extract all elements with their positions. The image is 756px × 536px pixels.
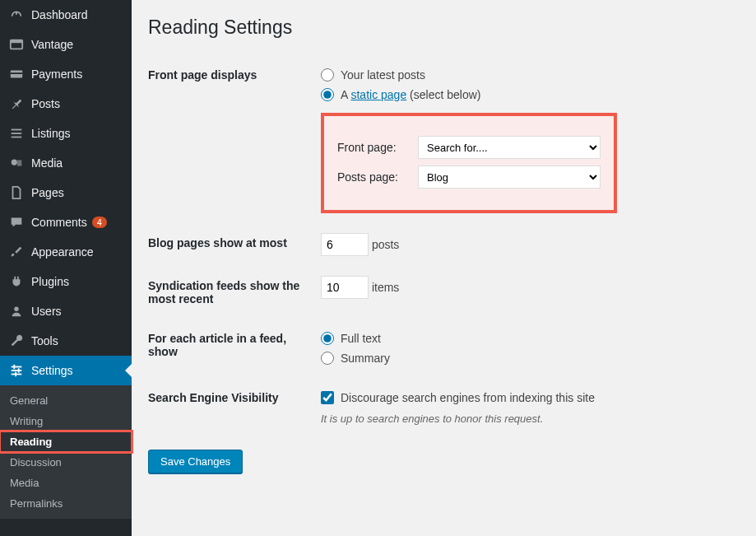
sidebar-item-label: Users [31,305,62,318]
svg-point-7 [12,160,17,165]
payments-icon [8,66,25,82]
sidebar-item-vantage[interactable]: Vantage [0,30,132,59]
page-title: Reading Settings [148,16,740,39]
sidebar-item-label: Tools [31,334,58,347]
static-page-link[interactable]: static page [350,88,406,101]
sidebar-item-dashboard[interactable]: Dashboard [0,0,132,30]
sidebar-item-label: Posts [31,97,60,110]
svg-rect-10 [12,370,22,371]
posts-page-select[interactable]: Blog [418,165,601,189]
svg-rect-3 [11,72,22,74]
sidebar-item-pages[interactable]: Pages [0,178,132,207]
sidebar-item-comments[interactable]: Comments 4 [0,207,132,237]
feed-summary-label: Summary [341,352,390,365]
sidebar-item-label: Plugins [31,275,69,288]
submenu-item-media[interactable]: Media [0,473,132,493]
svg-rect-14 [15,372,16,376]
feed-heading: For each article in a feed, show [148,319,321,378]
comments-badge: 4 [92,217,107,228]
svg-point-8 [14,307,18,311]
settings-submenu: General Writing Reading Discussion Media… [0,385,132,519]
save-changes-button[interactable]: Save Changes [148,450,243,473]
sev-heading: Search Engine Visibility [148,378,321,435]
svg-rect-6 [12,137,22,138]
submenu-item-permalinks[interactable]: Permalinks [0,493,132,514]
svg-rect-5 [12,133,22,134]
sidebar-item-label: Vantage [31,38,73,51]
svg-rect-4 [12,129,22,131]
blog-pages-input[interactable] [321,233,369,256]
svg-rect-13 [18,368,20,372]
svg-rect-12 [13,365,15,369]
radio-latest-label: Your latest posts [341,68,425,82]
page-select-highlight-box: Front page: Search for.... Posts page: B… [321,113,617,213]
vantage-icon [8,36,25,53]
sev-description: It is up to search engines to honor this… [321,412,731,425]
list-icon [8,125,25,142]
sev-checkbox[interactable] [321,391,334,404]
sidebar-item-label: Pages [31,186,64,199]
svg-rect-9 [12,366,22,368]
submenu-item-discussion[interactable]: Discussion [0,452,132,473]
page-icon [8,184,25,201]
sidebar-item-settings[interactable]: Settings [0,356,132,385]
submenu-item-general[interactable]: General [0,390,132,411]
front-page-label: Front page: [337,141,411,154]
blog-pages-heading: Blog pages show at most [148,223,321,266]
sidebar-item-label: Comments [31,216,87,229]
admin-sidebar: Dashboard Vantage Payments Posts Listing… [0,0,132,536]
sidebar-item-media[interactable]: Media [0,148,132,178]
sidebar-item-label: Settings [31,364,73,377]
sidebar-item-label: Dashboard [31,8,88,21]
radio-static-label: A static page (select below) [341,88,480,101]
dashboard-icon [8,7,25,23]
posts-page-label: Posts page: [337,170,411,184]
submenu-item-reading[interactable]: Reading [0,431,132,452]
sidebar-item-label: Media [31,156,63,170]
sidebar-item-users[interactable]: Users [0,296,132,326]
submenu-item-writing[interactable]: Writing [0,411,132,431]
feed-full-label: Full text [341,332,381,345]
sev-checkbox-label: Discourage search engines from indexing … [341,391,595,404]
blog-pages-unit: posts [372,238,399,251]
radio-feed-full[interactable] [321,332,334,345]
sidebar-item-plugins[interactable]: Plugins [0,267,132,296]
radio-feed-summary[interactable] [321,352,334,365]
media-icon [8,155,25,171]
comment-icon [8,214,25,231]
user-icon [8,303,25,319]
frontpage-heading: Front page displays [148,55,321,223]
brush-icon [8,244,25,260]
svg-rect-1 [11,40,22,44]
main-content: Reading Settings Front page displays You… [132,0,756,536]
front-page-select[interactable]: Search for.... [418,136,601,159]
sliders-icon [8,362,25,379]
sidebar-item-posts[interactable]: Posts [0,89,132,119]
wrench-icon [8,333,25,349]
syndication-unit: items [372,281,399,294]
settings-form-table: Front page displays Your latest posts A … [148,55,740,435]
pin-icon [8,96,25,112]
plug-icon [8,273,25,290]
sidebar-item-payments[interactable]: Payments [0,59,132,89]
sidebar-item-tools[interactable]: Tools [0,326,132,356]
syndication-input[interactable] [321,276,369,299]
syndication-heading: Syndication feeds show the most recent [148,266,321,319]
sidebar-item-appearance[interactable]: Appearance [0,237,132,267]
sidebar-item-label: Listings [31,127,70,140]
radio-latest-posts[interactable] [321,68,334,82]
radio-static-page[interactable] [321,88,334,101]
sidebar-item-listings[interactable]: Listings [0,119,132,148]
sidebar-item-label: Appearance [31,245,94,259]
sidebar-item-label: Payments [31,68,82,81]
